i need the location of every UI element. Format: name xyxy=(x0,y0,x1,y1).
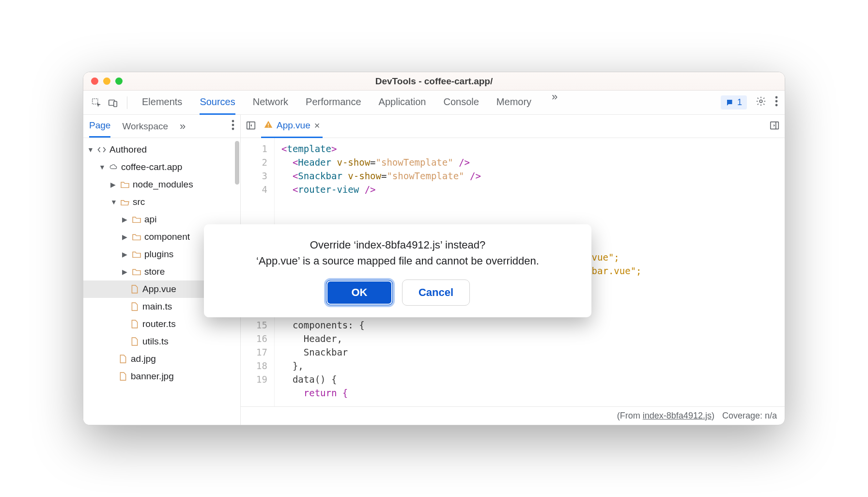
tree-label: coffee-cart.app xyxy=(121,162,182,172)
issues-icon xyxy=(726,98,734,107)
caret-right-icon: ▶ xyxy=(110,181,117,188)
svg-rect-12 xyxy=(268,123,269,125)
file-icon xyxy=(130,302,140,311)
more-tabs-button[interactable]: » xyxy=(549,91,560,115)
folder-icon xyxy=(132,232,141,242)
source-map-from: (From index-8bfa4912.js) xyxy=(617,411,714,421)
tree-authored[interactable]: ▼ Authored xyxy=(83,141,240,158)
folder-open-icon xyxy=(120,197,130,207)
navigator-tabs: Page Workspace » xyxy=(83,115,240,138)
tree-label: store xyxy=(144,266,165,277)
tree-label: App.vue xyxy=(142,284,176,295)
svg-point-3 xyxy=(760,100,762,103)
tab-memory[interactable]: Memory xyxy=(496,91,531,115)
cancel-button[interactable]: Cancel xyxy=(402,280,470,306)
file-icon xyxy=(130,284,140,294)
zoom-window-button[interactable] xyxy=(115,78,123,85)
svg-point-4 xyxy=(775,96,778,98)
device-toolbar-icon[interactable] xyxy=(107,96,119,109)
inspect-element-icon[interactable] xyxy=(90,96,103,109)
settings-icon[interactable] xyxy=(756,96,766,109)
svg-point-9 xyxy=(232,127,234,130)
tree-label: main.ts xyxy=(142,301,172,312)
tree-file-ad-jpg[interactable]: ad.jpg xyxy=(83,350,240,368)
tree-label: Authored xyxy=(109,144,147,155)
panel-tabs: Elements Sources Network Performance App… xyxy=(142,91,560,115)
tree-label: api xyxy=(144,214,156,225)
svg-point-8 xyxy=(232,124,234,126)
hide-debugger-icon[interactable] xyxy=(769,120,780,133)
svg-rect-13 xyxy=(268,126,269,127)
svg-point-6 xyxy=(775,104,778,106)
tree-site[interactable]: ▼ coffee-cart.app xyxy=(83,158,240,176)
minimize-window-button[interactable] xyxy=(103,78,110,85)
folder-icon xyxy=(132,215,141,224)
tree-file-router-ts[interactable]: router.ts xyxy=(83,315,240,333)
caret-down-icon: ▼ xyxy=(110,198,117,206)
window-title: DevTools - coffee-cart.app/ xyxy=(375,76,493,87)
folder-icon xyxy=(132,267,141,277)
tree-label: ad.jpg xyxy=(131,354,156,364)
traffic-lights xyxy=(91,78,123,85)
tab-application[interactable]: Application xyxy=(379,91,426,115)
override-dialog: Override ‘index-8bfa4912.js’ instead? ‘A… xyxy=(204,224,591,317)
svg-point-7 xyxy=(232,120,234,122)
svg-rect-2 xyxy=(114,101,117,107)
tree-label: banner.jpg xyxy=(131,371,174,382)
navigator-tab-workspace[interactable]: Workspace xyxy=(122,116,168,137)
dialog-message: Override ‘index-8bfa4912.js’ instead? ‘A… xyxy=(216,237,580,269)
editor-tabs: App.vue × xyxy=(241,115,785,138)
caret-right-icon: ▶ xyxy=(122,216,129,223)
warning-icon xyxy=(264,120,273,131)
titlebar: DevTools - coffee-cart.app/ xyxy=(83,72,785,91)
issues-counter[interactable]: 1 xyxy=(721,95,747,109)
issues-count: 1 xyxy=(737,97,742,108)
main-toolbar: Elements Sources Network Performance App… xyxy=(83,91,785,115)
tab-performance[interactable]: Performance xyxy=(306,91,361,115)
editor-tab-app-vue[interactable]: App.vue × xyxy=(261,115,323,138)
file-icon xyxy=(118,372,128,381)
file-icon xyxy=(130,337,140,346)
tree-folder-src[interactable]: ▼ src xyxy=(83,193,240,211)
file-icon xyxy=(130,319,140,329)
toolbar-separator xyxy=(127,96,127,109)
ok-button[interactable]: OK xyxy=(326,280,393,306)
navigator-more-tabs[interactable]: » xyxy=(180,120,186,133)
file-icon xyxy=(118,354,128,364)
tab-console[interactable]: Console xyxy=(443,91,479,115)
more-options-icon[interactable] xyxy=(775,96,778,109)
tree-label: component xyxy=(144,232,190,242)
tab-elements[interactable]: Elements xyxy=(142,91,182,115)
navigator-tab-page[interactable]: Page xyxy=(89,115,110,138)
svg-point-5 xyxy=(775,100,778,102)
tree-label: src xyxy=(133,197,145,207)
caret-down-icon: ▼ xyxy=(87,146,94,154)
sidebar-scrollbar[interactable] xyxy=(235,141,239,185)
folder-icon xyxy=(132,249,141,259)
folder-icon xyxy=(120,180,130,189)
close-window-button[interactable] xyxy=(91,78,98,85)
close-tab-icon[interactable]: × xyxy=(314,120,320,131)
tree-label: node_modules xyxy=(133,179,193,190)
caret-right-icon: ▶ xyxy=(122,233,129,241)
tree-folder-node-modules[interactable]: ▶ node_modules xyxy=(83,176,240,193)
source-map-link[interactable]: index-8bfa4912.js xyxy=(643,411,712,420)
cloud-icon xyxy=(108,162,118,172)
tree-file-utils-ts[interactable]: utils.ts xyxy=(83,333,240,350)
tab-network[interactable]: Network xyxy=(253,91,288,115)
tree-label: plugins xyxy=(144,249,173,260)
tree-file-banner-jpg[interactable]: banner.jpg xyxy=(83,368,240,385)
caret-right-icon: ▶ xyxy=(122,268,129,276)
hide-navigator-icon[interactable] xyxy=(246,120,256,133)
caret-right-icon: ▶ xyxy=(122,250,129,258)
editor-statusbar: (From index-8bfa4912.js) Coverage: n/a xyxy=(241,406,785,425)
tree-label: utils.ts xyxy=(142,336,169,347)
navigator-options-icon[interactable] xyxy=(232,120,234,133)
code-brackets-icon xyxy=(97,145,107,155)
caret-down-icon: ▼ xyxy=(99,163,106,171)
coverage-status: Coverage: n/a xyxy=(722,411,777,421)
tab-sources[interactable]: Sources xyxy=(200,91,235,115)
tree-label: router.ts xyxy=(142,319,176,329)
editor-tab-label: App.vue xyxy=(277,120,310,131)
